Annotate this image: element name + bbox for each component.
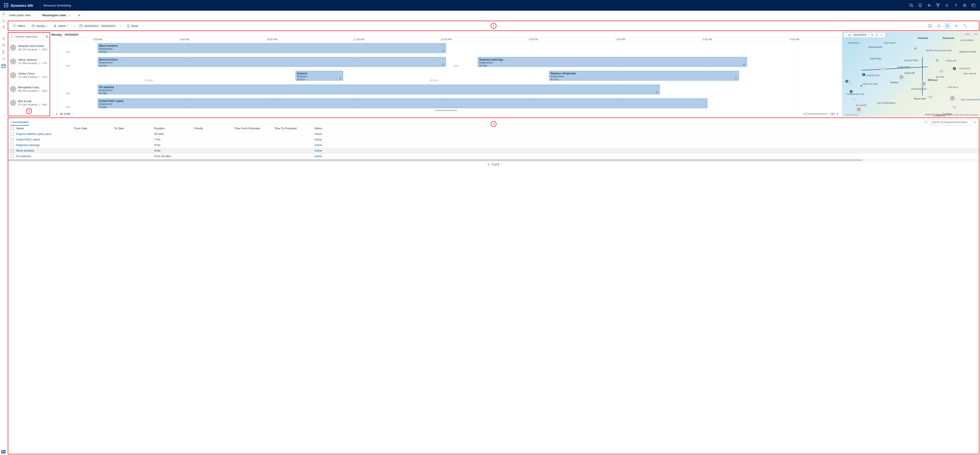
app-header: Dynamics 365 Resource Scheduling ?	[0, 0, 980, 11]
svg-line-10	[912, 6, 913, 7]
add-view-icon[interactable]	[78, 14, 81, 17]
view-current-label: Washington state	[42, 14, 66, 17]
funnel-icon[interactable]	[936, 3, 940, 7]
gear-icon[interactable]	[945, 3, 949, 7]
svg-point-9	[910, 4, 912, 6]
product-title: Dynamics 365	[11, 3, 33, 7]
svg-rect-1	[6, 3, 7, 4]
svg-rect-7	[6, 6, 7, 7]
svg-rect-19	[972, 5, 975, 7]
svg-rect-6	[4, 6, 5, 7]
svg-text:?: ?	[955, 3, 957, 7]
home-icon[interactable]	[2, 19, 5, 20]
nav-rail: RS	[0, 11, 7, 20]
search-icon[interactable]	[909, 3, 913, 7]
svg-point-17	[964, 5, 965, 6]
svg-point-16	[963, 4, 966, 7]
plus-icon[interactable]	[927, 3, 931, 7]
svg-rect-5	[7, 5, 8, 6]
view-public-label: Initial public view	[9, 14, 31, 17]
help-icon[interactable]: ?	[954, 3, 958, 7]
view-bar: Initial public view ⋮ Washington state ⋮	[0, 11, 980, 20]
svg-rect-0	[4, 3, 5, 4]
more-icon[interactable]: ⋮	[32, 13, 36, 18]
more-icon[interactable]: ⋮	[68, 13, 72, 18]
wrench-icon[interactable]	[963, 3, 967, 7]
app-launcher-icon[interactable]	[4, 3, 8, 8]
area-title[interactable]: Resource Scheduling	[43, 4, 71, 7]
view-public[interactable]: Initial public view ⋮	[9, 13, 36, 18]
svg-rect-8	[7, 6, 8, 7]
chat-icon[interactable]	[972, 3, 975, 7]
svg-point-14	[947, 5, 948, 6]
divider	[40, 3, 40, 8]
svg-rect-4	[6, 5, 7, 6]
hamburger-icon[interactable]	[2, 12, 5, 16]
svg-rect-3	[4, 5, 5, 6]
lightbulb-icon[interactable]	[918, 3, 922, 7]
svg-rect-2	[7, 3, 8, 4]
view-current[interactable]: Washington state ⋮	[42, 13, 72, 18]
